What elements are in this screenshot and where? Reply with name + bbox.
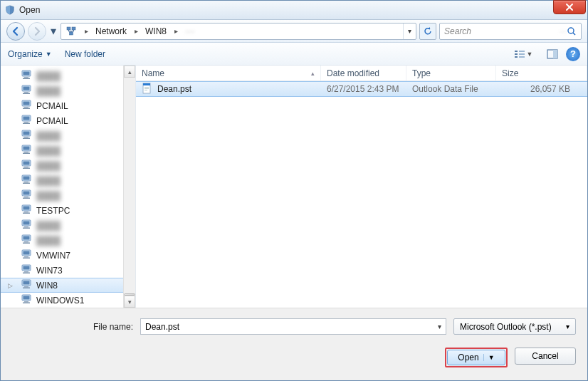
svg-rect-19 — [23, 93, 30, 95]
svg-rect-71 — [23, 288, 30, 289]
tree-item[interactable]: PCMAIL — [1, 113, 135, 128]
svg-rect-26 — [24, 122, 28, 123]
expand-icon[interactable]: ▷ — [8, 282, 13, 289]
recent-locations-dropdown[interactable]: ▾ — [49, 22, 58, 41]
close-button[interactable] — [553, 0, 586, 14]
column-date[interactable]: Date modified — [321, 66, 406, 80]
computer-icon — [21, 264, 32, 276]
tree-item[interactable]: PCMAIL — [1, 98, 135, 113]
cancel-button[interactable]: Cancel — [515, 348, 576, 365]
breadcrumb-network[interactable]: Network — [91, 24, 132, 39]
svg-rect-49 — [23, 207, 30, 210]
tree-item[interactable]: ████ — [1, 218, 135, 233]
computer-icon — [21, 70, 32, 82]
file-type-cell: Outlook Data File — [406, 84, 496, 94]
svg-rect-34 — [24, 152, 28, 153]
tree-item[interactable]: ████ — [1, 143, 135, 158]
tree-item[interactable]: ████ — [1, 188, 135, 203]
file-row[interactable]: Dean.pst6/27/2015 2:43 PMOutlook Data Fi… — [136, 81, 587, 97]
sort-asc-icon: ▴ — [311, 70, 315, 77]
sidebar-scrollbar[interactable]: ▴ ▾ — [123, 66, 135, 308]
svg-rect-37 — [23, 162, 30, 165]
help-button[interactable]: ? — [566, 47, 580, 61]
svg-rect-58 — [24, 241, 28, 243]
svg-rect-46 — [24, 197, 28, 198]
svg-rect-42 — [24, 182, 28, 183]
tree-item[interactable]: WINDOWS1 — [1, 293, 135, 308]
svg-rect-22 — [24, 107, 28, 108]
svg-rect-74 — [24, 301, 28, 303]
svg-rect-1 — [72, 27, 75, 30]
svg-rect-83 — [145, 88, 149, 89]
view-icon — [514, 49, 525, 59]
scroll-down-button[interactable]: ▾ — [124, 296, 135, 308]
svg-rect-38 — [24, 167, 28, 168]
address-dropdown[interactable]: ▾ — [403, 24, 416, 39]
svg-rect-23 — [23, 108, 30, 110]
column-type[interactable]: Type — [406, 66, 496, 80]
svg-rect-47 — [23, 198, 30, 199]
tree-item[interactable]: ████ — [1, 173, 135, 188]
split-chevron-icon[interactable]: ▼ — [483, 354, 495, 361]
organize-menu[interactable]: Organize ▼ — [8, 49, 52, 59]
tree-label: WIN73 — [36, 266, 63, 276]
filename-input[interactable]: Dean.pst ▾ — [140, 318, 446, 335]
tree-item[interactable]: ████ — [1, 68, 135, 83]
tree-item[interactable]: ████ — [1, 158, 135, 173]
tree-item[interactable]: TESTPC — [1, 203, 135, 218]
svg-rect-18 — [24, 92, 28, 93]
computer-icon — [21, 249, 32, 261]
svg-rect-69 — [23, 281, 30, 285]
svg-rect-29 — [23, 132, 30, 135]
back-button[interactable] — [6, 22, 25, 41]
computer-icon — [21, 189, 32, 202]
help-icon: ? — [570, 48, 576, 59]
svg-rect-70 — [24, 286, 28, 288]
tree-item[interactable]: WIN73 — [1, 263, 135, 278]
svg-rect-45 — [23, 192, 30, 195]
chevron-right-icon[interactable]: ▸ — [82, 27, 91, 35]
chevron-right-icon[interactable]: ▸ — [132, 27, 141, 35]
breadcrumb-win8[interactable]: WIN8 — [141, 24, 172, 39]
breadcrumb-root-icon[interactable] — [61, 24, 82, 39]
forward-button[interactable] — [28, 22, 46, 41]
svg-rect-39 — [23, 168, 30, 169]
tree-item[interactable]: VMWIN7 — [1, 248, 135, 263]
new-folder-button[interactable]: New folder — [65, 49, 105, 59]
search-input[interactable]: Search··· — [439, 23, 582, 40]
open-button[interactable]: Open ▼ — [447, 350, 505, 365]
svg-rect-4 — [515, 51, 518, 52]
address-bar[interactable]: ▸ Network ▸ WIN8 ▸ ···· ▾ — [61, 23, 416, 40]
svg-rect-75 — [23, 303, 30, 304]
tree-item[interactable]: ████ — [1, 83, 135, 98]
tree-item[interactable]: ████ — [1, 128, 135, 143]
chevron-down-icon[interactable]: ▾ — [438, 323, 441, 330]
computer-icon — [21, 279, 32, 291]
tree-item[interactable]: ████ — [1, 233, 135, 248]
preview-pane-button[interactable] — [543, 46, 562, 62]
open-button-highlight: Open ▼ — [445, 348, 508, 367]
svg-rect-30 — [24, 137, 28, 138]
file-type-filter[interactable]: Microsoft Outlook (*.pst) ▾ — [453, 318, 576, 335]
tree-item[interactable]: ▷WIN8 — [1, 278, 135, 293]
dialog-footer: File name: Dean.pst ▾ Microsoft Outlook … — [1, 308, 587, 380]
tree-label: WIN8 — [36, 281, 58, 291]
app-icon — [5, 5, 15, 15]
computer-icon — [21, 160, 32, 172]
svg-rect-81 — [143, 83, 150, 85]
computer-icon — [21, 145, 32, 157]
chevron-right-icon[interactable]: ▸ — [172, 27, 181, 35]
column-size[interactable]: Size — [496, 66, 587, 80]
breadcrumb-obscured[interactable]: ···· — [181, 24, 199, 39]
refresh-button[interactable] — [419, 23, 436, 40]
computer-icon — [21, 294, 32, 306]
arrow-left-icon — [11, 26, 21, 36]
view-options-button[interactable]: ▼ — [508, 46, 539, 62]
column-name[interactable]: Name▴ — [136, 66, 321, 80]
svg-rect-73 — [23, 296, 30, 300]
scroll-up-button[interactable]: ▴ — [124, 66, 135, 78]
svg-rect-55 — [23, 228, 30, 229]
title-bar: Open — [1, 1, 587, 20]
svg-rect-59 — [23, 243, 30, 244]
svg-rect-63 — [23, 258, 30, 259]
